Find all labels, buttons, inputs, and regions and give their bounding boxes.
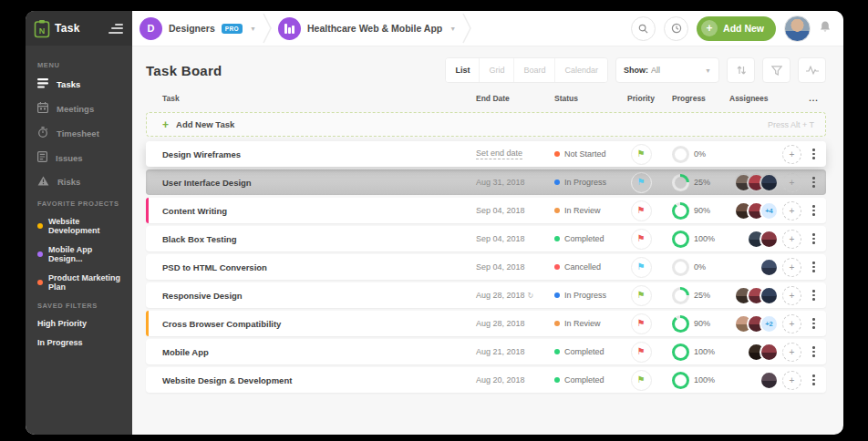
task-status[interactable]: Completed [554, 347, 618, 356]
priority-flag-icon[interactable]: ⚑ [631, 342, 652, 363]
column-header-end-date[interactable]: End Date [476, 94, 554, 103]
sidebar-item-risks[interactable]: Risks [37, 176, 125, 188]
sort-icon[interactable] [727, 57, 755, 83]
task-row[interactable]: Black Box Testing Sep 04, 2018 Completed… [146, 226, 826, 251]
task-progress[interactable]: 100% [664, 372, 728, 389]
task-row[interactable]: Website Design & Development Aug 20, 201… [146, 367, 826, 393]
add-assignee-button[interactable]: + [782, 201, 801, 220]
view-tab-calendar[interactable]: Calendar [554, 58, 607, 82]
task-end-date[interactable]: Sep 04, 2018 [476, 234, 554, 243]
saved-filter-item[interactable]: In Progress [37, 338, 125, 347]
row-menu-icon[interactable] [802, 233, 825, 244]
assignee-avatar[interactable] [760, 230, 779, 249]
more-assignees-badge[interactable]: +2 [760, 314, 779, 333]
task-progress[interactable]: 0% [664, 259, 728, 276]
task-end-date[interactable]: Set end date [476, 149, 554, 159]
saved-filter-item[interactable]: High Priority [37, 319, 125, 328]
task-status[interactable]: In Progress [554, 291, 618, 300]
priority-flag-icon[interactable]: ⚑ [631, 313, 652, 334]
priority-flag-icon[interactable]: ⚑ [631, 370, 652, 391]
row-menu-icon[interactable] [802, 177, 825, 188]
task-status[interactable]: Cancelled [554, 262, 618, 272]
add-new-button[interactable]: + Add New [697, 16, 776, 41]
task-progress[interactable]: 25% [664, 174, 728, 191]
task-progress[interactable]: 0% [664, 146, 728, 163]
add-assignee-button[interactable]: + [782, 145, 801, 164]
sidebar-item-timesheet[interactable]: Timesheet [37, 127, 125, 139]
task-progress[interactable]: 90% [664, 315, 728, 333]
row-menu-icon[interactable] [802, 374, 825, 385]
filter-icon[interactable] [762, 57, 790, 83]
add-assignee-button[interactable]: + [782, 314, 801, 333]
add-assignee-button[interactable]: + [782, 286, 801, 305]
task-end-date[interactable]: Aug 28, 2018↻ [476, 291, 554, 300]
favorite-project-item[interactable]: Website Development [37, 217, 125, 235]
task-status[interactable]: Not Started [554, 149, 618, 159]
row-menu-icon[interactable] [802, 205, 825, 216]
add-new-task-row[interactable]: + Add New Task Press Alt + T [146, 112, 826, 137]
sidebar-toggle-icon[interactable] [108, 24, 123, 34]
add-assignee-button[interactable]: + [782, 230, 801, 249]
favorite-project-item[interactable]: Product Marketing Plan [37, 273, 125, 292]
assignee-avatar[interactable] [760, 371, 779, 390]
column-header-task[interactable]: Task [146, 94, 476, 103]
task-status[interactable]: In Review [554, 319, 618, 328]
task-progress[interactable]: 100% [664, 231, 728, 248]
task-row[interactable]: Responsive Design Aug 28, 2018↻ In Progr… [146, 282, 826, 308]
favorite-project-item[interactable]: Mobile App Design... [37, 245, 125, 263]
task-end-date[interactable]: Aug 21, 2018 [476, 347, 554, 356]
priority-flag-icon[interactable]: ⚑ [631, 144, 652, 165]
priority-flag-icon[interactable]: ⚑ [631, 285, 652, 306]
priority-flag-icon[interactable]: ⚑ [631, 229, 652, 250]
sidebar-item-tasks[interactable]: Tasks [37, 78, 125, 90]
recent-activity-clock-icon[interactable] [664, 16, 688, 41]
task-end-date[interactable]: Sep 04, 2018 [476, 262, 554, 272]
task-row[interactable]: User Interface Design Aug 31, 2018 In Pr… [146, 169, 826, 195]
add-assignee-button[interactable]: + [782, 173, 801, 192]
row-menu-icon[interactable] [802, 149, 825, 159]
task-row[interactable]: Cross Browser Compatibility Aug 28, 2018… [146, 311, 826, 336]
column-header-progress[interactable]: Progress [664, 94, 728, 103]
activity-icon[interactable] [798, 57, 826, 83]
task-status[interactable]: In Progress [554, 178, 618, 187]
row-menu-icon[interactable] [802, 262, 825, 272]
task-end-date[interactable]: Aug 20, 2018 [476, 375, 554, 385]
add-assignee-button[interactable]: + [782, 371, 801, 390]
view-tab-list[interactable]: List [446, 58, 479, 82]
task-row[interactable]: Content Writing Sep 04, 2018 In Review ⚑… [146, 198, 826, 223]
assignee-avatar[interactable] [760, 286, 779, 305]
add-assignee-button[interactable]: + [782, 258, 801, 277]
task-status[interactable]: In Review [554, 206, 618, 215]
team-selector[interactable]: D Designers PRO ▼ [140, 17, 256, 40]
app-logo[interactable]: N Task [34, 19, 80, 38]
task-end-date[interactable]: Sep 04, 2018 [476, 206, 554, 215]
column-header-status[interactable]: Status [554, 94, 618, 103]
view-tab-board[interactable]: Board [513, 58, 554, 82]
show-filter-dropdown[interactable]: Show: All ▼ [615, 57, 719, 83]
column-header-assignees[interactable]: Assignees [728, 94, 802, 103]
sidebar-item-meetings[interactable]: Meetings [37, 102, 125, 115]
priority-flag-icon[interactable]: ⚑ [631, 200, 652, 221]
view-tab-grid[interactable]: Grid [479, 58, 513, 82]
assignee-avatar[interactable] [760, 343, 779, 362]
row-menu-icon[interactable] [802, 318, 825, 329]
notifications-bell-icon[interactable] [819, 20, 832, 37]
assignee-avatar[interactable] [760, 173, 779, 192]
project-selector[interactable]: Healthcare Web & Mobile App ▼ [278, 17, 456, 40]
task-row[interactable]: PSD to HTML Conversion Sep 04, 2018 Canc… [146, 254, 826, 280]
task-progress[interactable]: 90% [664, 202, 728, 220]
add-assignee-button[interactable]: + [782, 343, 801, 362]
task-row[interactable]: Mobile App Aug 21, 2018 Completed ⚑ 100%… [146, 339, 826, 364]
task-status[interactable]: Completed [554, 375, 618, 385]
more-assignees-badge[interactable]: +4 [760, 201, 779, 220]
task-progress[interactable]: 25% [664, 287, 728, 304]
task-end-date[interactable]: Aug 31, 2018 [476, 178, 554, 187]
column-header-priority[interactable]: Priority [618, 94, 664, 103]
user-avatar[interactable] [784, 15, 811, 42]
search-icon[interactable] [631, 16, 656, 41]
task-end-date[interactable]: Aug 28, 2018 [476, 319, 554, 328]
task-status[interactable]: Completed [554, 234, 618, 243]
row-menu-icon[interactable] [802, 346, 825, 357]
assignee-avatar[interactable] [760, 258, 779, 277]
task-progress[interactable]: 100% [664, 344, 728, 361]
